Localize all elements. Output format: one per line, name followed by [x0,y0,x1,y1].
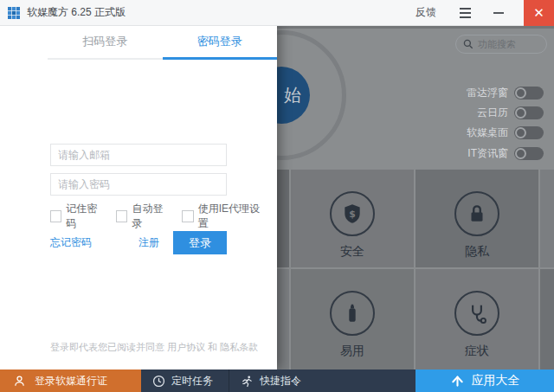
forgot-password-link[interactable]: 忘记密码 [50,235,92,250]
it-news-toggle-switch[interactable] [514,147,544,160]
desktop-toggle-switch[interactable] [514,126,544,139]
checkbox-auto-login[interactable]: 自动登录 [116,202,171,231]
lock-icon [454,191,499,236]
menu-icon[interactable] [460,8,471,18]
tile-symptoms[interactable]: 症状 [416,269,538,370]
toggle-knob [515,127,526,138]
password-input[interactable] [50,173,227,196]
close-button[interactable]: ✕ [524,0,554,26]
runner-icon [241,375,254,388]
email-input[interactable] [50,144,227,166]
tile-partial [277,269,289,370]
toggle-row-desktop: 软媒桌面 [467,125,544,140]
login-options: 记住密码 自动登录 使用IE代理设置 [50,202,277,231]
quick-commands-button[interactable]: 快捷指令 [229,370,317,392]
app-collection-label: 应用大全 [472,373,520,389]
scheduled-tasks-label: 定时任务 [171,374,213,389]
toggle-knob [515,87,526,99]
tile-ease-of-use[interactable]: 易用 [291,269,414,370]
tile-security[interactable]: $ 安全 [291,170,414,267]
toggle-label: 软媒桌面 [467,125,508,140]
bottle-icon [330,291,375,336]
checkbox-label: 使用IE代理设置 [198,202,266,231]
shield-dollar-icon: $ [330,191,375,236]
search-placeholder: 功能搜索 [478,38,516,51]
toggle-row-it-news: IT资讯窗 [467,146,544,161]
tile-label: 症状 [465,344,489,359]
login-actions: 忘记密码 注册 登录 [50,231,227,254]
search-box[interactable]: 功能搜索 [455,35,547,54]
scheduled-tasks-button[interactable]: 定时任务 [141,370,229,392]
quick-commands-label: 快捷指令 [260,374,301,389]
cloud-calendar-toggle-switch[interactable] [514,106,544,119]
tile-partial [277,170,289,267]
login-tabs: 扫码登录 密码登录 [48,34,277,60]
toggle-label: 雷达浮窗 [467,86,508,100]
feedback-button[interactable]: 反馈 [416,5,436,20]
checkbox-icon [50,210,61,222]
titlebar: 软媒魔方 6.25 正式版 反馈 ✕ [0,0,554,26]
radar-toggle-switch[interactable] [514,87,544,100]
toggle-knob [515,148,526,159]
titlebar-controls: 反馈 ✕ [416,0,554,25]
toggle-row-radar: 雷达浮窗 [467,86,544,100]
agreement-text: 登录即代表您已阅读并同意 用户协议 和 隐私条款 [50,341,267,354]
minimize-button[interactable] [493,12,504,14]
checkbox-icon [182,210,193,222]
tile-partial [540,269,554,370]
bottom-bar: 登录软媒通行证 定时任务 快捷指令 [0,370,554,392]
checkbox-remember-password[interactable]: 记住密码 [50,202,105,231]
stethoscope-icon [454,291,499,336]
login-button[interactable]: 登录 [173,231,227,254]
app-logo-icon [7,6,21,20]
register-link[interactable]: 注册 [138,235,159,250]
login-pass-button[interactable]: 登录软媒通行证 [0,370,141,392]
main-content-overlay: 始 功能搜索 雷达浮窗 云日历 软媒桌面 IT资讯窗 [277,26,554,370]
tile-partial [540,170,554,267]
toggle-knob [515,107,526,119]
tile-label: 隐私 [465,244,489,260]
toggle-row-cloud-calendar: 云日历 [477,106,544,120]
person-icon [13,374,26,388]
search-icon [463,39,473,49]
toggle-label: IT资讯窗 [467,146,508,161]
checkbox-ie-proxy[interactable]: 使用IE代理设置 [182,202,266,231]
tile-label: 安全 [340,244,364,260]
tab-password-login[interactable]: 密码登录 [163,34,278,60]
arrow-up-icon [450,374,465,388]
checkbox-label: 记住密码 [66,202,105,231]
app-window: 软媒魔方 6.25 正式版 反馈 ✕ 始 功能搜索 雷达浮窗 云日历 [0,0,554,392]
app-collection-button[interactable]: 应用大全 [416,370,554,392]
toggle-label: 云日历 [477,106,508,120]
bottom-bar-middle: 定时任务 快捷指令 [141,370,416,392]
login-panel: 扫码登录 密码登录 记住密码 自动登录 使用IE代理设置 忘记密码 注册 登录 [0,26,277,370]
tile-privacy[interactable]: 隐私 [416,170,538,267]
checkbox-label: 自动登录 [132,202,171,231]
login-pass-label: 登录软媒通行证 [35,374,107,389]
tab-qr-login[interactable]: 扫码登录 [48,34,163,60]
clock-icon [152,375,165,388]
checkbox-icon [116,210,127,222]
tile-label: 易用 [340,344,364,359]
window-title: 软媒魔方 6.25 正式版 [27,5,126,20]
start-button-label: 始 [284,84,301,107]
svg-text:$: $ [349,209,356,220]
